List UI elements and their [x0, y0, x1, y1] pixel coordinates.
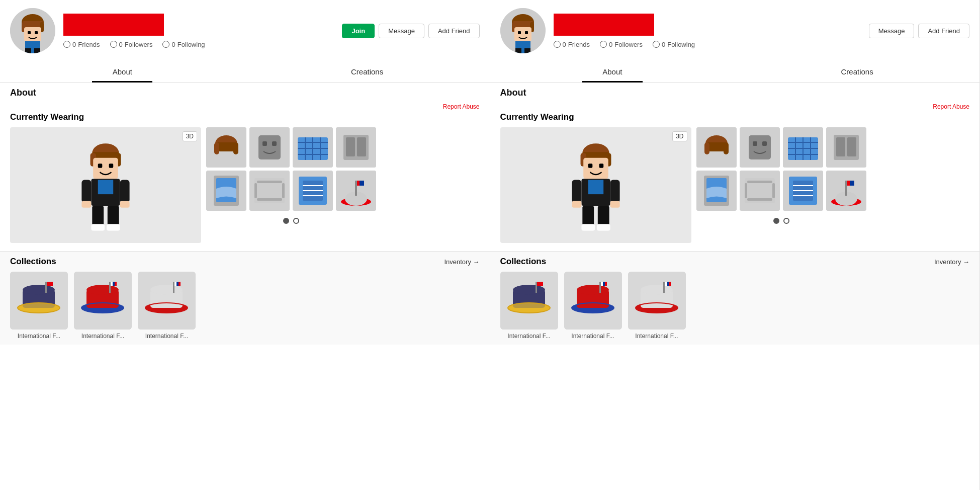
header-actions: Join Message Add Friend — [342, 24, 479, 38]
svg-rect-92 — [173, 282, 174, 293]
collection-item-1-right[interactable]: International F... — [500, 272, 558, 340]
inventory-link[interactable]: Inventory → — [444, 258, 479, 266]
svg-rect-191 — [665, 282, 667, 286]
collection-item-3-right[interactable]: International F... — [628, 272, 686, 340]
collection-label-1-right: International F... — [500, 333, 558, 340]
collections-row-right: International F... — [500, 272, 970, 340]
collection-img-3-right — [628, 272, 686, 330]
report-abuse-link[interactable]: Report Abuse — [0, 101, 490, 112]
report-abuse-link-right[interactable]: Report Abuse — [490, 101, 980, 112]
svg-rect-164 — [845, 181, 847, 196]
wearing-item-acc1-right[interactable] — [740, 171, 780, 211]
svg-rect-16 — [98, 164, 103, 168]
wearing-item-shirt[interactable] — [293, 127, 333, 168]
following-icon — [162, 41, 169, 48]
tab-creations[interactable]: Creations — [245, 61, 490, 82]
svg-rect-57 — [282, 183, 285, 198]
stat-friends: 0 Friends — [63, 41, 100, 48]
wearing-row-1-right — [696, 127, 866, 168]
collection-label-3-right: International F... — [628, 333, 686, 340]
wearing-item-flag1-right[interactable] — [696, 171, 737, 211]
tabs: About Creations — [0, 61, 490, 83]
tab-about-right[interactable]: About — [490, 61, 735, 82]
friends-icon-right — [554, 41, 561, 48]
svg-rect-173 — [537, 282, 539, 286]
wearing-item-face[interactable] — [249, 127, 290, 168]
svg-rect-15 — [93, 158, 118, 179]
carousel-dots — [206, 218, 376, 224]
stat-followers-right: 0 Followers — [600, 41, 643, 48]
svg-rect-104 — [525, 31, 528, 34]
wearing-item-pants1[interactable] — [336, 127, 376, 168]
svg-rect-95 — [176, 282, 179, 286]
dot-1-right[interactable] — [773, 218, 779, 224]
svg-rect-67 — [355, 181, 357, 196]
avatar-right — [500, 8, 546, 53]
join-button[interactable]: Join — [342, 24, 375, 38]
followers-count: 0 — [119, 41, 123, 48]
3d-badge[interactable]: 3D — [183, 131, 197, 141]
svg-rect-119 — [610, 180, 619, 203]
tab-creations-right[interactable]: Creations — [735, 61, 979, 82]
collection-img-1 — [10, 272, 68, 330]
dot-1[interactable] — [283, 218, 289, 224]
wearing-item-flag1[interactable] — [206, 171, 246, 211]
inventory-link-right[interactable]: Inventory → — [934, 258, 969, 266]
wearing-item-shirt-right[interactable] — [783, 127, 823, 168]
add-friend-button-right[interactable]: Add Friend — [918, 24, 969, 38]
wearing-item-acc2[interactable] — [293, 171, 333, 211]
svg-rect-17 — [109, 164, 114, 168]
stat-following-right: 0 Following — [653, 41, 695, 48]
svg-rect-19 — [98, 180, 113, 195]
stats-row: 0 Friends 0 Followers 0 Following — [63, 41, 334, 48]
message-button-right[interactable]: Message — [869, 24, 915, 38]
svg-rect-129 — [724, 142, 729, 154]
svg-rect-151 — [747, 181, 772, 183]
wearing-item-face-right[interactable] — [740, 127, 780, 168]
wearing-item-hair[interactable] — [206, 127, 246, 168]
wearing-item-acc3[interactable] — [336, 171, 376, 211]
svg-rect-6 — [28, 31, 31, 34]
collection-item-2[interactable]: International F... — [74, 272, 132, 340]
dot-2-right[interactable] — [783, 218, 789, 224]
svg-rect-153 — [745, 183, 747, 198]
collection-item-1[interactable]: International F... — [10, 272, 68, 340]
collection-item-2-right[interactable]: International F... — [564, 272, 622, 340]
add-friend-button[interactable]: Add Friend — [428, 24, 480, 38]
wearing-item-pants1-right[interactable] — [826, 127, 866, 168]
3d-badge-right[interactable]: 3D — [672, 131, 687, 141]
svg-rect-112 — [583, 158, 608, 179]
svg-rect-145 — [847, 137, 856, 156]
svg-rect-7 — [35, 31, 38, 34]
wearing-item-hair-right[interactable] — [696, 127, 737, 168]
profile-header-right: 0 Friends 0 Followers 0 Following Messag… — [490, 0, 980, 61]
followers-icon-right — [600, 41, 607, 48]
wearing-item-acc1[interactable] — [249, 171, 290, 211]
svg-rect-32 — [233, 142, 238, 154]
dot-2[interactable] — [293, 218, 299, 224]
tab-about[interactable]: About — [0, 61, 245, 82]
message-button[interactable]: Message — [379, 24, 424, 38]
following-label: Following — [177, 41, 205, 48]
following-label-right: Following — [667, 41, 695, 48]
content-area: About Report Abuse Currently Wearing 3D — [0, 83, 490, 345]
svg-rect-124 — [596, 224, 610, 230]
svg-rect-180 — [599, 282, 601, 293]
followers-label: Followers — [125, 41, 153, 48]
collection-img-2-right — [564, 272, 622, 330]
svg-rect-128 — [704, 142, 709, 154]
svg-rect-166 — [847, 181, 850, 186]
svg-rect-117 — [572, 180, 581, 203]
svg-rect-154 — [772, 183, 775, 198]
profile-info: 0 Friends 0 Followers 0 Following — [63, 14, 334, 48]
wearing-item-acc2-right[interactable] — [783, 171, 823, 211]
svg-rect-183 — [603, 282, 605, 286]
svg-point-82 — [86, 285, 119, 295]
svg-point-170 — [513, 285, 545, 295]
collection-item-3[interactable]: International F... — [138, 272, 196, 340]
currently-wearing-section-right: Currently Wearing 3D — [490, 112, 980, 251]
svg-point-73 — [23, 285, 55, 295]
svg-rect-144 — [836, 137, 845, 156]
wearing-item-acc3-right[interactable] — [826, 171, 866, 211]
friends-count: 0 — [72, 41, 76, 48]
